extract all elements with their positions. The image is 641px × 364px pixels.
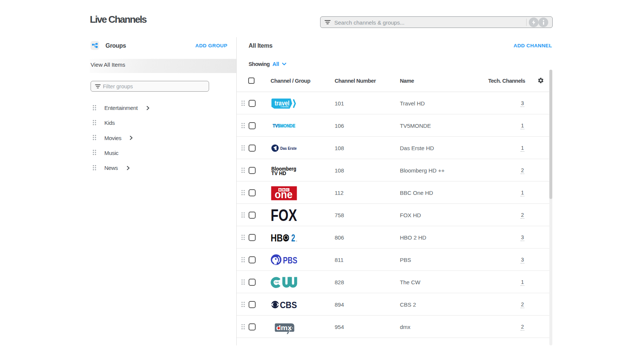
- svg-text:FOX: FOX: [271, 206, 297, 224]
- svg-text:TV HD: TV HD: [271, 170, 286, 176]
- svg-text:Das Erste: Das Erste: [280, 146, 297, 151]
- svg-text:CHANNEL: CHANNEL: [281, 106, 289, 108]
- svg-text:CBS: CBS: [280, 300, 297, 310]
- svg-text:THE: THE: [275, 281, 280, 284]
- svg-text:PBS: PBS: [283, 255, 297, 265]
- svg-text:one: one: [275, 188, 293, 200]
- svg-text:TV5MONDE: TV5MONDE: [273, 123, 296, 129]
- svg-text:2: 2: [291, 232, 296, 244]
